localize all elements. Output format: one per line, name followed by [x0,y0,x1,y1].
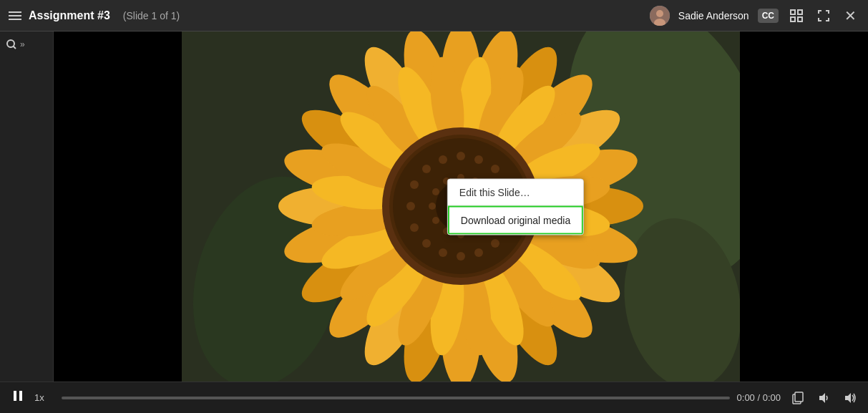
svg-point-86 [429,203,436,210]
svg-rect-99 [14,391,16,401]
main-area: » [0,31,868,382]
svg-line-8 [14,47,16,49]
volume-up-icon [844,392,857,404]
svg-point-72 [406,202,415,210]
header-title: Assignment #3 [29,9,110,22]
volume-down-icon [818,392,831,404]
volume-down-button[interactable] [815,392,834,404]
edit-slide-menu-item[interactable]: Edit this Slide… [448,179,583,205]
copy-icon [791,391,805,405]
header-right: Sadie Anderson CC ✕ [650,6,859,26]
svg-rect-5 [791,17,795,21]
expand-icon[interactable] [787,8,806,24]
svg-rect-4 [798,10,802,14]
svg-point-64 [457,152,465,160]
svg-point-79 [457,252,465,261]
copy-button[interactable] [788,391,808,405]
context-menu: Edit this Slide… Download original media [447,178,584,235]
svg-marker-104 [845,393,851,403]
svg-point-66 [491,165,499,173]
svg-point-65 [474,155,483,164]
svg-rect-3 [791,10,795,14]
svg-point-78 [439,248,447,257]
header: Assignment #3 (Slide 1 of 1) Sadie Ander… [0,0,868,31]
svg-marker-103 [819,393,825,403]
progress-bar[interactable] [62,397,730,399]
user-name: Sadie Anderson [678,10,749,21]
svg-rect-100 [19,391,22,401]
video-area: Edit this Slide… Download original media [54,31,868,382]
svg-point-88 [432,217,439,224]
hamburger-icon[interactable] [9,11,21,20]
svg-rect-6 [798,17,802,21]
cc-button[interactable]: CC [758,9,779,23]
svg-point-75 [491,239,499,248]
svg-point-70 [410,180,419,189]
svg-point-1 [656,10,663,17]
time-label: 0:00 / 0:00 [737,392,781,403]
bottom-bar: 1x 0:00 / 0:00 [0,382,868,413]
svg-point-76 [422,239,431,248]
sidebar-search[interactable]: » [6,39,47,50]
svg-rect-102 [795,392,803,402]
sidebar: » [0,31,54,382]
chevron-right-icon: » [20,39,25,49]
svg-point-68 [422,165,431,173]
speed-label: 1x [34,392,54,403]
svg-point-67 [439,155,447,164]
volume-up-button[interactable] [841,392,859,404]
header-subtitle: (Slide 1 of 1) [123,10,180,21]
svg-point-77 [474,248,483,257]
close-button[interactable]: ✕ [842,6,859,26]
pause-icon [11,389,24,402]
avatar [650,6,670,26]
svg-point-84 [432,188,439,195]
fullscreen-icon[interactable] [814,8,833,24]
search-icon [6,39,17,50]
svg-point-74 [410,223,419,232]
download-media-menu-item[interactable]: Download original media [448,205,583,234]
pause-button[interactable] [9,389,27,406]
header-left: Assignment #3 (Slide 1 of 1) [9,9,650,22]
